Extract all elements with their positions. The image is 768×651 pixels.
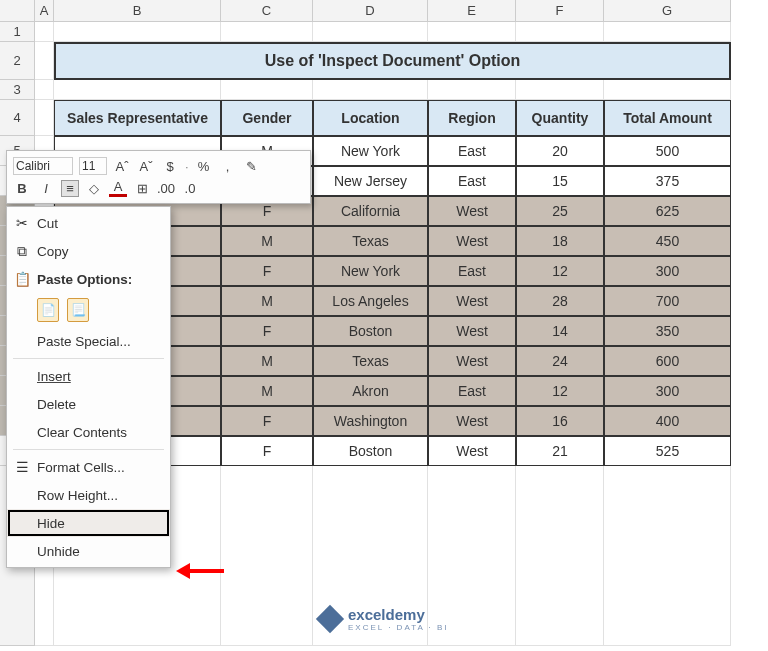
shrink-font-button[interactable]: Aˇ xyxy=(137,159,155,174)
cell-qty[interactable]: 15 xyxy=(516,166,604,196)
cell-total[interactable]: 525 xyxy=(604,436,731,466)
cell-region[interactable]: East xyxy=(428,376,516,406)
cell-total[interactable]: 600 xyxy=(604,346,731,376)
cell-location[interactable]: Los Angeles xyxy=(313,286,428,316)
cell-qty[interactable]: 12 xyxy=(516,376,604,406)
cell-region[interactable]: East xyxy=(428,166,516,196)
cell-qty[interactable]: 12 xyxy=(516,256,604,286)
cell-gender[interactable]: M xyxy=(221,226,313,256)
bold-button[interactable]: B xyxy=(13,181,31,196)
cell-location[interactable]: New York xyxy=(313,256,428,286)
menu-copy[interactable]: ⧉Copy xyxy=(7,237,170,265)
row-header-4[interactable]: 4 xyxy=(0,100,35,136)
page-title[interactable]: Use of 'Inspect Document' Option xyxy=(54,42,731,80)
font-size[interactable]: 11 xyxy=(79,157,107,175)
row-header-2[interactable]: 2 xyxy=(0,42,35,80)
grow-font-button[interactable]: Aˆ xyxy=(113,159,131,174)
th-total[interactable]: Total Amount xyxy=(604,100,731,136)
col-F[interactable]: F xyxy=(516,0,604,21)
cell-region[interactable]: West xyxy=(428,286,516,316)
cell-region[interactable]: West xyxy=(428,316,516,346)
cell-qty[interactable]: 28 xyxy=(516,286,604,316)
cell-qty[interactable]: 20 xyxy=(516,136,604,166)
cell-region[interactable]: East xyxy=(428,136,516,166)
cell-qty[interactable]: 24 xyxy=(516,346,604,376)
cell-location[interactable]: Boston xyxy=(313,316,428,346)
fill-color-button[interactable]: ◇ xyxy=(85,181,103,196)
menu-delete[interactable]: Delete xyxy=(7,390,170,418)
menu-hide[interactable]: Hide xyxy=(7,509,170,537)
cell-gender[interactable]: M xyxy=(221,286,313,316)
cell-qty[interactable]: 16 xyxy=(516,406,604,436)
cell-gender[interactable]: M xyxy=(221,346,313,376)
cell-total[interactable]: 400 xyxy=(604,406,731,436)
th-location[interactable]: Location xyxy=(313,100,428,136)
border-button[interactable]: ⊞ xyxy=(133,181,151,196)
cell-total[interactable]: 300 xyxy=(604,376,731,406)
cell-total[interactable]: 350 xyxy=(604,316,731,346)
cell-region[interactable]: West xyxy=(428,346,516,376)
cell-region[interactable]: West xyxy=(428,406,516,436)
cell-gender[interactable]: F xyxy=(221,406,313,436)
cell-gender[interactable]: F xyxy=(221,256,313,286)
cell-qty[interactable]: 21 xyxy=(516,436,604,466)
menu-row-height[interactable]: Row Height... xyxy=(7,481,170,509)
menu-clear-contents[interactable]: Clear Contents xyxy=(7,418,170,446)
th-rep[interactable]: Sales Representative xyxy=(54,100,221,136)
cell-total[interactable]: 300 xyxy=(604,256,731,286)
menu-cut[interactable]: ✂Cut xyxy=(7,209,170,237)
cell-region[interactable]: West xyxy=(428,196,516,226)
font-select[interactable]: Calibri xyxy=(13,157,73,175)
cell-location[interactable]: New York xyxy=(313,136,428,166)
italic-button[interactable]: I xyxy=(37,181,55,196)
col-A[interactable]: A xyxy=(35,0,54,21)
cell-location[interactable]: Boston xyxy=(313,436,428,466)
format-painter-icon[interactable]: ✎ xyxy=(243,159,261,174)
cell-location[interactable]: New Jersey xyxy=(313,166,428,196)
cell-region[interactable]: West xyxy=(428,226,516,256)
row-header-1[interactable]: 1 xyxy=(0,22,35,42)
col-C[interactable]: C xyxy=(221,0,313,21)
align-button[interactable]: ≡ xyxy=(61,180,79,197)
font-color-button[interactable]: A xyxy=(109,179,127,197)
col-B[interactable]: B xyxy=(54,0,221,21)
th-qty[interactable]: Quantity xyxy=(516,100,604,136)
increase-decimal-button[interactable]: .00 xyxy=(157,181,175,196)
th-gender[interactable]: Gender xyxy=(221,100,313,136)
percent-button[interactable]: % xyxy=(195,159,213,174)
mini-toolbar[interactable]: Calibri 11 Aˆ Aˇ $ · % , ✎ B I ≡ ◇ A ⊞ .… xyxy=(6,150,311,204)
select-all-corner[interactable] xyxy=(0,0,35,21)
cell-total[interactable]: 625 xyxy=(604,196,731,226)
col-E[interactable]: E xyxy=(428,0,516,21)
col-G[interactable]: G xyxy=(604,0,731,21)
menu-insert[interactable]: Insert xyxy=(7,362,170,390)
cell-gender[interactable]: F xyxy=(221,436,313,466)
cell-qty[interactable]: 14 xyxy=(516,316,604,346)
cell-region[interactable]: East xyxy=(428,256,516,286)
cell-gender[interactable]: F xyxy=(221,316,313,346)
paste-values-icon[interactable]: 📃 xyxy=(67,298,89,322)
row-header-3[interactable]: 3 xyxy=(0,80,35,100)
menu-format-cells[interactable]: ☰Format Cells... xyxy=(7,453,170,481)
cell-total[interactable]: 450 xyxy=(604,226,731,256)
cell-location[interactable]: Texas xyxy=(313,346,428,376)
menu-paste-special[interactable]: Paste Special... xyxy=(7,327,170,355)
col-D[interactable]: D xyxy=(313,0,428,21)
cell-qty[interactable]: 18 xyxy=(516,226,604,256)
comma-button[interactable]: , xyxy=(219,159,237,174)
cell-region[interactable]: West xyxy=(428,436,516,466)
cell-total[interactable]: 500 xyxy=(604,136,731,166)
cell-total[interactable]: 375 xyxy=(604,166,731,196)
cell-location[interactable]: Texas xyxy=(313,226,428,256)
cell-location[interactable]: Akron xyxy=(313,376,428,406)
paste-icon[interactable]: 📄 xyxy=(37,298,59,322)
menu-unhide[interactable]: Unhide xyxy=(7,537,170,565)
currency-button[interactable]: $ xyxy=(161,159,179,174)
decrease-decimal-button[interactable]: .0 xyxy=(181,181,199,196)
cell-location[interactable]: Washington xyxy=(313,406,428,436)
cell-qty[interactable]: 25 xyxy=(516,196,604,226)
th-region[interactable]: Region xyxy=(428,100,516,136)
cell-total[interactable]: 700 xyxy=(604,286,731,316)
cell-location[interactable]: California xyxy=(313,196,428,226)
cell-gender[interactable]: M xyxy=(221,376,313,406)
